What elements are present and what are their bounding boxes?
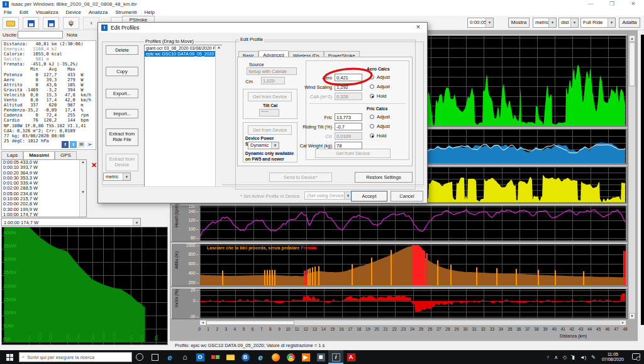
scroll-left-icon[interactable]: ◄: [200, 321, 206, 325]
scroll-right-icon[interactable]: ►: [620, 321, 626, 325]
altitude-chart[interactable]: [200, 244, 626, 285]
restore-settings-button[interactable]: Restore Settings: [355, 172, 413, 183]
tilt-cal-field[interactable]: *****: [259, 109, 279, 117]
dialog-close-icon[interactable]: ✕: [413, 24, 423, 30]
menu-analizza[interactable]: Analizza: [85, 9, 111, 16]
task-view-icon[interactable]: [147, 350, 162, 364]
store-icon[interactable]: [208, 350, 223, 364]
vscroll-thumb[interactable]: [629, 42, 635, 86]
aero-field[interactable]: 0,421: [335, 74, 362, 81]
dialog-button-extract-from-ride-file[interactable]: Extract from Ride File: [106, 128, 138, 146]
dialog-button-copy[interactable]: Copy: [106, 67, 138, 76]
cancel-button[interactable]: Cancel: [391, 191, 423, 202]
vertical-scrollbar[interactable]: ▲ ▼: [628, 35, 636, 320]
heart-chart[interactable]: [200, 206, 626, 241]
xmode-select[interactable]: dist▾: [558, 18, 579, 28]
cda-m--field[interactable]: 0,326: [335, 93, 362, 100]
maximal-select[interactable]: 1:00:00 174,7 W▾: [1, 218, 141, 226]
profiles-list[interactable]: giant ocr 03_08_2020 03/08/2020 Prof# 3e…: [144, 45, 222, 187]
network-icon[interactable]: ﬞ▮: [569, 355, 577, 360]
dps-select[interactable]: Dynamic▾: [248, 142, 279, 149]
pen-icon[interactable]: ✎: [589, 355, 598, 360]
radio-adjust[interactable]: [370, 84, 374, 89]
send-to-device-button[interactable]: Send to Device*: [269, 173, 332, 182]
units-select[interactable]: metric▾: [533, 18, 557, 28]
set-using-device-select[interactable]: (Set using Device)▾: [304, 191, 352, 200]
cal-weight-kg--field[interactable]: 78: [335, 142, 362, 149]
mostra-button[interactable]: Mostra: [508, 18, 530, 28]
dialog-button-import-[interactable]: Import...: [106, 109, 138, 118]
range-select[interactable]: Full Ride▾: [580, 18, 616, 28]
wind-scaling-field[interactable]: 1,292: [335, 83, 362, 91]
save-button[interactable]: [23, 17, 39, 29]
volume-icon[interactable]: ◄): [577, 355, 589, 360]
radio-adjust[interactable]: [370, 75, 374, 79]
close-button[interactable]: ✕: [623, 0, 644, 8]
maximal-row[interactable]: 1:00:00 174,7 W: [2, 212, 86, 217]
firefox-icon[interactable]: [268, 350, 283, 364]
save-as-button[interactable]: [43, 17, 59, 29]
taskbar-search-input[interactable]: ⌕ Scrivi qui per eseguire la ricerca: [19, 352, 132, 362]
profiles-scrollbar[interactable]: ▲: [215, 45, 222, 186]
profile-item[interactable]: epic wc GSC10 DATA 09_05_2020: [145, 51, 221, 57]
cortana-icon[interactable]: [132, 350, 147, 364]
hscroll-thumb[interactable]: [206, 321, 294, 325]
menu-strumenti[interactable]: Strumenti: [111, 9, 140, 16]
riding-tilt--field[interactable]: -0,7: [335, 123, 362, 130]
open-file-button[interactable]: [3, 17, 19, 29]
horizontal-scrollbar[interactable]: ◄ ►: [199, 320, 626, 326]
dialog-button-export-[interactable]: Export...: [106, 89, 138, 98]
fric-field[interactable]: 13,773: [335, 113, 362, 121]
source-field[interactable]: Setup with Calride: [247, 67, 297, 75]
radio-adjust[interactable]: [370, 115, 374, 119]
maximize-button[interactable]: ❐: [601, 0, 623, 8]
notification-center-icon[interactable]: [628, 350, 644, 364]
menu-visualizza[interactable]: Visualizza: [32, 9, 62, 16]
app-orange-icon[interactable]: ▶: [298, 350, 313, 364]
interval-select[interactable]: 0:00:05▾: [467, 18, 494, 28]
share-icon[interactable]: ➢: [86, 141, 93, 148]
menu-file[interactable]: File: [0, 9, 16, 16]
menu-device[interactable]: Device: [62, 9, 85, 16]
minimize-button[interactable]: —: [580, 0, 601, 8]
outlook-icon[interactable]: O: [192, 350, 208, 364]
calculator-icon[interactable]: ▦: [313, 350, 328, 364]
home-icon[interactable]: ⌂: [177, 350, 192, 364]
acrobat-icon[interactable]: A: [343, 350, 358, 364]
twitter-icon[interactable]: t: [70, 141, 77, 148]
start-button[interactable]: [0, 350, 19, 364]
menu-edit[interactable]: Edit: [16, 9, 32, 16]
usb-download-button[interactable]: ψ: [63, 17, 79, 29]
adatta-button[interactable]: Adatta: [619, 18, 640, 28]
tab-massimi[interactable]: Massimi: [23, 151, 55, 159]
dialog-button-delete[interactable]: Delete: [106, 45, 138, 55]
radio-hold[interactable]: [370, 94, 374, 98]
internet-explorer-icon[interactable]: e: [253, 350, 268, 364]
radio-adjust[interactable]: [370, 124, 374, 128]
dialog-button-extract-from-device[interactable]: Extract from Device: [106, 154, 138, 171]
get-from-device-button-3[interactable]: Get from Device: [315, 149, 391, 158]
incline-chart[interactable]: [200, 289, 626, 318]
tab-gps[interactable]: GPS: [55, 151, 77, 159]
dropbox-icon[interactable]: ◇: [560, 355, 569, 360]
help-icon[interactable]: ?: [544, 355, 552, 360]
nota-label[interactable]: Nota: [67, 32, 77, 38]
maximals-list[interactable]: 0:00:05 433,0 W0:00:10 393,7 W0:00:20 36…: [1, 159, 87, 217]
file-explorer-icon[interactable]: [223, 350, 238, 364]
chevron-up-icon[interactable]: ∧: [552, 355, 560, 360]
dialog-titlebar[interactable]: i Edit Profiles ✕: [98, 23, 427, 33]
uscite-input[interactable]: [18, 31, 63, 38]
maximals-scrollbar[interactable]: ▲▼: [79, 160, 86, 217]
scroll-down-icon[interactable]: ▼: [629, 313, 635, 319]
isaac-icon[interactable]: i: [328, 350, 343, 364]
email-icon[interactable]: ✉: [78, 141, 85, 148]
profile-item[interactable]: giant ocr 03_08_2020 03/08/2020 Prof# 3: [145, 45, 221, 51]
app-b-icon[interactable]: B: [238, 350, 253, 364]
edge-icon[interactable]: e: [162, 350, 177, 364]
crr-field[interactable]: 0,0109: [335, 132, 362, 140]
tab-laps[interactable]: Laps: [1, 151, 23, 159]
facebook-icon[interactable]: f: [62, 141, 69, 148]
dialog-units-select[interactable]: metric▾: [103, 173, 131, 181]
menu-help[interactable]: Help: [141, 9, 158, 16]
scroll-up-icon[interactable]: ▲: [629, 35, 635, 42]
